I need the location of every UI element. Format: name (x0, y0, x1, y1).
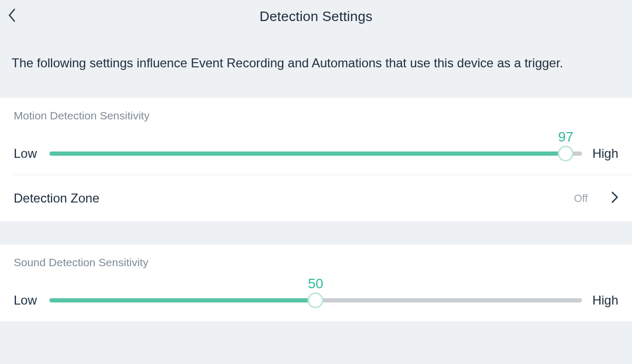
sound-slider-row: Low 50 High (0, 271, 632, 321)
sound-slider-value: 50 (308, 276, 323, 292)
slider-fill (50, 298, 315, 302)
motion-low-label: Low (14, 146, 39, 161)
sound-slider[interactable]: 50 (50, 285, 582, 308)
sound-low-label: Low (14, 293, 39, 308)
motion-section-label: Motion Detection Sensitivity (0, 98, 632, 124)
sound-section: Sound Detection Sensitivity Low 50 High (0, 245, 632, 321)
chevron-right-icon (611, 191, 618, 206)
chevron-left-icon (7, 7, 17, 25)
page-title: Detection Settings (260, 8, 373, 25)
section-gap (0, 221, 632, 245)
sound-high-label: High (592, 293, 618, 308)
detection-zone-row[interactable]: Detection Zone Off (0, 175, 632, 221)
motion-high-label: High (592, 146, 618, 161)
motion-slider-value: 97 (558, 129, 574, 145)
back-button[interactable] (7, 0, 28, 33)
slider-fill (50, 151, 566, 156)
slider-thumb[interactable] (558, 146, 574, 161)
sound-section-label: Sound Detection Sensitivity (0, 245, 632, 271)
page-description: The following settings influence Event R… (0, 33, 632, 98)
detection-zone-label: Detection Zone (14, 191, 574, 206)
motion-slider[interactable]: 97 (50, 138, 582, 161)
header: Detection Settings (0, 0, 632, 33)
slider-thumb[interactable] (308, 292, 323, 308)
motion-slider-row: Low 97 High (0, 124, 632, 175)
bottom-pad (0, 321, 632, 364)
detection-zone-value: Off (574, 193, 588, 205)
motion-section: Motion Detection Sensitivity Low 97 High… (0, 98, 632, 221)
